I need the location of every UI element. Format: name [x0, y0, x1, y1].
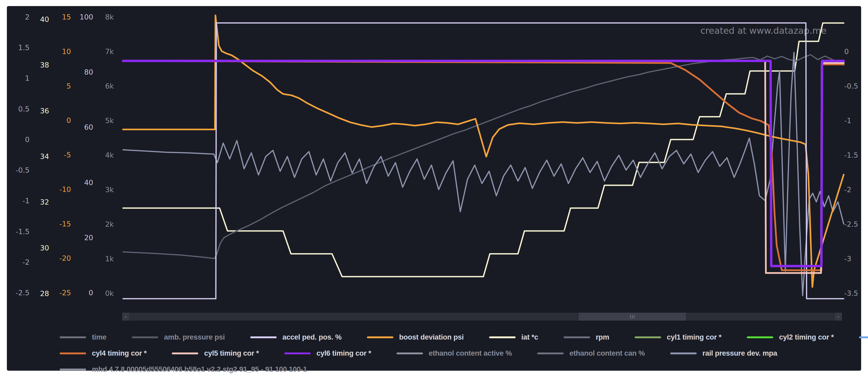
scroll-right-button[interactable]: ›	[835, 313, 842, 320]
legend-swatch-icon	[250, 336, 277, 338]
legend-swatch-icon	[284, 352, 311, 354]
page: { "watermark": "created at www.datazap.m…	[0, 0, 868, 377]
legend-item-cyl5-timing-cor-[interactable]: cyl5 timing cor *	[172, 349, 259, 357]
legend-label: iat *c	[521, 333, 538, 341]
legend-item-cyl4-timing-cor-[interactable]: cyl4 timing cor *	[60, 349, 147, 357]
legend-swatch-icon	[564, 336, 590, 338]
legend-swatch-icon	[489, 336, 516, 338]
legend-item-accel-ped-pos-[interactable]: accel ped. pos. %	[250, 333, 342, 341]
legend-swatch-icon	[537, 352, 564, 354]
legend-item-iat-c[interactable]: iat *c	[489, 333, 538, 341]
legend-item-cyl6-timing-cor-[interactable]: cyl6 timing cor *	[284, 349, 371, 357]
x-scrollbar[interactable]: ‹ ›	[122, 313, 842, 320]
legend-label: boost deviation psi	[399, 333, 464, 341]
legend-item-mhd-4-7-8-00005d55506406-b58o1-v2-2-stg2[interactable]: mhd 4.7.8 00005d55506406 b58o1 v2.2 stg2…	[60, 365, 307, 374]
legend-swatch-icon	[60, 336, 86, 338]
legend-swatch-icon	[172, 352, 198, 354]
legend-label: amb. pressure psi	[164, 333, 225, 341]
scroll-left-button[interactable]: ‹	[122, 313, 129, 320]
legend-item-amb-pressure-psi[interactable]: amb. pressure psi	[132, 333, 225, 341]
legend-swatch-icon	[367, 336, 393, 338]
legend-swatch-icon	[60, 369, 86, 370]
legend-label: rail pressure dev. mpa	[703, 349, 777, 357]
thumb-grip-icon	[630, 315, 631, 318]
legend-item-boost-deviation-psi[interactable]: boost deviation psi	[367, 333, 464, 341]
thumb-grip-icon	[634, 315, 634, 318]
legend-label: cyl5 timing cor *	[204, 349, 259, 357]
legend-row-1: timeamb. pressure psiaccel ped. pos. %bo…	[60, 333, 846, 341]
legend-label: cyl4 timing cor *	[92, 349, 147, 357]
legend-label: cyl1 timing cor *	[667, 333, 721, 341]
legend-item-rpm[interactable]: rpm	[564, 333, 609, 341]
scrollbar-thumb[interactable]	[579, 313, 686, 320]
legend-label: cyl6 timing cor *	[316, 349, 371, 357]
legend-label: time	[92, 333, 106, 341]
legend-swatch-icon	[60, 352, 86, 354]
legend-swatch-icon	[132, 336, 158, 338]
legend-swatch-icon	[670, 352, 697, 354]
legend-swatch-icon	[747, 336, 773, 338]
legend-swatch-icon	[397, 352, 423, 354]
legend-item-cyl2-timing-cor-[interactable]: cyl2 timing cor *	[747, 333, 834, 341]
legend-item-time[interactable]: time	[60, 333, 106, 341]
legend-row-2: cyl4 timing cor *cyl5 timing cor *cyl6 t…	[60, 349, 846, 357]
legend-item-ethanol-content-can-[interactable]: ethanol content can %	[537, 349, 645, 357]
legend-label: accel ped. pos. %	[282, 333, 342, 341]
legend-label: mhd 4.7.8 00005d55506406 b58o1 v2.2 stg2…	[92, 365, 307, 374]
chart-panel: created at www.datazap.me 21.510.50-0.5-…	[7, 6, 861, 371]
legend-item-rail-pressure-dev-mpa[interactable]: rail pressure dev. mpa	[670, 349, 777, 357]
legend-label: rpm	[596, 333, 609, 341]
legend: timeamb. pressure psiaccel ped. pos. %bo…	[60, 333, 846, 377]
legend-swatch-icon	[859, 336, 868, 338]
legend-label: cyl2 timing cor *	[779, 333, 834, 341]
thumb-grip-icon	[632, 315, 632, 318]
chart-plot-area[interactable]	[123, 13, 844, 301]
legend-label: ethanol content active %	[429, 349, 512, 357]
legend-item-cyl1-timing-cor-[interactable]: cyl1 timing cor *	[634, 333, 721, 341]
scrollbar-track[interactable]	[129, 313, 835, 320]
legend-item-cyl3-timing-cor-[interactable]: cyl3 timing cor *	[859, 333, 868, 341]
legend-item-ethanol-content-active-[interactable]: ethanol content active %	[397, 349, 512, 357]
legend-label: ethanol content can %	[569, 349, 645, 357]
chart-canvas	[7, 6, 868, 377]
legend-swatch-icon	[634, 336, 661, 338]
legend-row-3: mhd 4.7.8 00005d55506406 b58o1 v2.2 stg2…	[60, 365, 846, 374]
